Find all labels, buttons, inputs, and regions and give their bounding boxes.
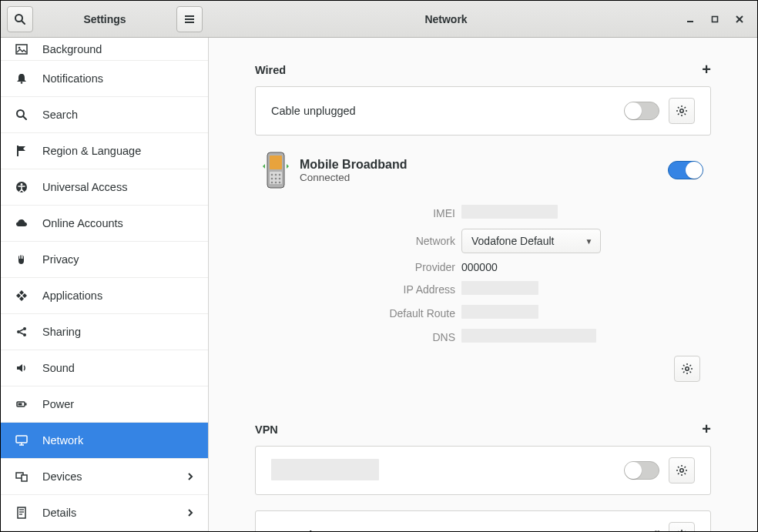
svg-rect-30 — [18, 507, 25, 518]
provider-label: Provider — [263, 261, 455, 273]
minimize-icon — [686, 15, 694, 23]
sidebar-item-label: Privacy — [42, 253, 79, 266]
sidebar-item-applications[interactable]: Applications — [1, 278, 208, 314]
chevron-right-icon — [186, 509, 194, 517]
titlebar-left: Settings — [1, 6, 209, 32]
sidebar-item-privacy[interactable]: Privacy — [1, 242, 208, 278]
svg-point-40 — [271, 174, 273, 176]
maximize-button[interactable] — [708, 12, 722, 26]
network-select-value: Vodafone Default — [471, 235, 554, 247]
imei-value — [461, 205, 703, 221]
vpn-heading: VPN — [255, 423, 278, 436]
proxy-row: Network Proxy Off — [256, 511, 710, 532]
wired-card: Cable unplugged — [255, 86, 711, 136]
svg-point-49 — [686, 367, 689, 370]
dns-value — [461, 329, 703, 345]
sidebar-item-label: Notifications — [42, 72, 103, 85]
svg-point-45 — [279, 178, 281, 180]
network-value: Vodafone Default ▼ — [461, 229, 703, 253]
gear-icon — [676, 105, 688, 117]
svg-marker-35 — [263, 164, 265, 169]
vpn-card — [255, 446, 711, 495]
network-icon — [15, 433, 29, 447]
wired-settings-button[interactable] — [669, 98, 695, 124]
vpn-name — [271, 459, 615, 483]
sidebar-item-network[interactable]: Network — [1, 423, 208, 459]
sidebar-item-label: Background — [42, 43, 102, 55]
mobile-switch[interactable] — [668, 161, 703, 179]
window-controls — [683, 12, 757, 26]
phone-icon — [263, 151, 289, 189]
route-value — [461, 305, 703, 321]
speaker-icon — [15, 361, 29, 375]
svg-rect-24 — [18, 403, 22, 406]
svg-point-10 — [18, 46, 21, 49]
close-button[interactable] — [733, 12, 746, 26]
vpn-settings-button[interactable] — [669, 457, 695, 483]
sidebar: Background Notifications Search Region &… — [1, 38, 209, 532]
sidebar-item-notifications[interactable]: Notifications — [1, 61, 208, 97]
provider-value: 000000 — [461, 261, 703, 273]
svg-point-46 — [271, 182, 273, 184]
search-button[interactable] — [7, 6, 33, 32]
svg-point-34 — [680, 109, 683, 112]
sidebar-item-sharing[interactable]: Sharing — [1, 314, 208, 350]
svg-rect-25 — [16, 436, 27, 443]
wired-switch[interactable] — [624, 102, 659, 120]
svg-point-44 — [275, 178, 277, 180]
network-select[interactable]: Vodafone Default ▼ — [461, 229, 601, 253]
vpn-switch[interactable] — [624, 461, 659, 480]
mobile-heading: Mobile Broadband — [300, 158, 408, 172]
sidebar-item-label: Sound — [42, 362, 75, 374]
sidebar-item-label: Power — [42, 398, 74, 410]
content: Background Notifications Search Region &… — [1, 38, 757, 532]
svg-point-43 — [271, 178, 273, 180]
sidebar-item-label: Details — [42, 507, 76, 519]
mobile-settings-button[interactable] — [674, 356, 700, 382]
page-title: Network — [209, 13, 683, 25]
minimize-button[interactable] — [683, 12, 697, 26]
sidebar-item-search[interactable]: Search — [1, 97, 208, 133]
titlebar: Settings Network — [1, 1, 757, 38]
wired-add-button[interactable]: + — [702, 61, 711, 79]
sidebar-item-online[interactable]: Online Accounts — [1, 206, 208, 242]
sidebar-item-label: Devices — [42, 470, 82, 483]
dns-label: DNS — [263, 331, 455, 343]
chevron-right-icon — [186, 473, 194, 480]
svg-rect-23 — [25, 403, 27, 406]
sidebar-item-details[interactable]: Details — [1, 495, 208, 531]
sidebar-item-label: Network — [42, 434, 83, 447]
sidebar-item-sound[interactable]: Sound — [1, 350, 208, 386]
gear-icon — [676, 529, 688, 532]
power-icon — [15, 397, 29, 411]
vpn-add-button[interactable]: + — [702, 420, 711, 438]
svg-line-13 — [23, 116, 26, 119]
proxy-card: Network Proxy Off — [255, 510, 711, 532]
share-icon — [15, 325, 29, 339]
svg-rect-6 — [713, 16, 718, 22]
proxy-settings-button[interactable] — [669, 522, 695, 532]
sidebar-item-universal[interactable]: Universal Access — [1, 169, 208, 206]
sidebar-item-background[interactable]: Background — [1, 38, 208, 61]
search-icon — [15, 108, 29, 122]
imei-label: IMEI — [263, 207, 455, 219]
mobile-settings-row — [263, 356, 703, 382]
sidebar-item-devices[interactable]: Devices — [1, 459, 208, 495]
svg-line-20 — [20, 330, 24, 331]
titlebar-center: Network — [209, 13, 683, 25]
svg-point-11 — [21, 82, 23, 84]
maximize-icon — [711, 15, 719, 23]
hamburger-icon — [183, 13, 196, 25]
mobile-titles: Mobile Broadband Connected — [300, 158, 408, 183]
svg-point-47 — [275, 182, 277, 184]
network-label: Network — [263, 235, 455, 247]
sidebar-item-region[interactable]: Region & Language — [1, 133, 208, 169]
gear-icon — [676, 464, 688, 477]
ip-label: IP Address — [263, 283, 455, 296]
vpn-section-header: VPN + — [255, 420, 711, 438]
sidebar-item-power[interactable]: Power — [1, 386, 208, 423]
mobile-status: Connected — [300, 172, 408, 183]
menu-button[interactable] — [176, 6, 203, 32]
sidebar-item-label: Online Accounts — [42, 217, 123, 229]
sidebar-item-label: Region & Language — [42, 145, 141, 157]
